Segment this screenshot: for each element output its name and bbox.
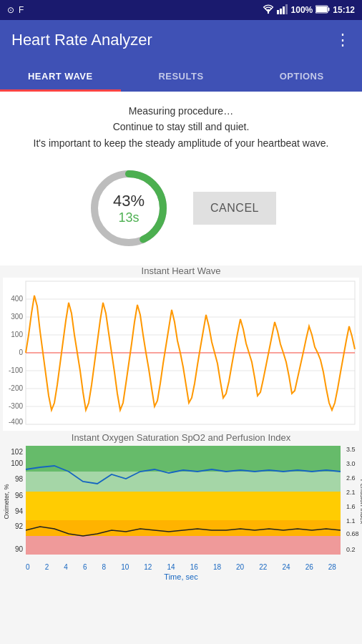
heart-wave-title: Instant Heart Wave [3,265,359,276]
svg-text:400: 400 [11,295,23,303]
svg-text:92: 92 [15,522,24,530]
f-icon: F [19,5,24,15]
time: 15:12 [333,5,355,15]
svg-rect-2 [280,9,282,14]
app-bar: Heart Rate Analyzer ⋮ [0,20,362,60]
status-left: ⊙ F [7,5,24,15]
svg-text:-300: -300 [9,402,23,410]
instruction-line2: Continue to stay still and quiet. [11,119,351,135]
x-label-6: 6 [83,563,87,571]
svg-text:90: 90 [15,545,24,553]
x-axis-label: Time, sec [3,572,359,581]
status-right: 100% 15:12 [263,4,355,16]
svg-text:0.2: 0.2 [346,546,356,553]
spo2-title: Instant Oxygen Saturation SpO2 and Perfu… [3,432,359,443]
svg-text:96: 96 [15,492,24,499]
x-label-8: 8 [102,563,107,571]
tab-results[interactable]: RESULTS [121,60,242,92]
battery-icon [315,5,330,16]
svg-text:1.6: 1.6 [346,503,356,510]
spo2-chart: 102 100 98 96 94 92 90 Oximeter, % 3.5 3… [3,444,362,559]
x-label-12: 12 [144,563,152,571]
x-label-4: 4 [64,563,68,571]
svg-text:0: 0 [19,348,23,356]
battery-text: 100% [291,5,313,15]
svg-rect-28 [26,492,341,520]
svg-rect-3 [283,6,285,14]
svg-text:100: 100 [11,459,23,467]
heart-wave-section: Instant Heart Wave 400 300 100 0 -100 -2… [0,265,362,431]
x-label-26: 26 [305,563,313,571]
x-label-16: 16 [190,563,198,571]
x-label-2: 2 [45,563,49,571]
wifi-icon [263,4,274,16]
x-label-0: 0 [26,563,30,571]
notification-icon: ⊙ [7,5,14,15]
progress-section: 43% 13s CANCEL [6,154,356,260]
x-label-14: 14 [167,563,175,571]
measuring-instructions: Measuring procedure… Continue to stay st… [6,100,356,154]
svg-text:-100: -100 [9,366,23,374]
progress-donut: 43% 13s [86,165,172,251]
instruction-line1: Measuring procedure… [11,103,351,119]
x-label-24: 24 [282,563,290,571]
svg-text:Perfusion Index: Perfusion Index [359,479,362,525]
svg-text:3.5: 3.5 [346,446,356,453]
svg-text:94: 94 [15,507,24,515]
svg-text:-400: -400 [9,418,23,426]
svg-text:3.0: 3.0 [346,460,356,467]
main-content: Measuring procedure… Continue to stay st… [0,92,362,265]
cancel-button[interactable]: CANCEL [193,192,276,225]
status-bar: ⊙ F 100% 15 [0,0,362,20]
app-title: Heart Rate Analyzer [11,31,152,49]
svg-text:2.1: 2.1 [346,489,356,496]
tab-heart-wave[interactable]: HEART WAVE [0,60,121,92]
svg-rect-1 [277,10,279,14]
svg-text:98: 98 [15,475,24,483]
instruction-line3: It's important to keep the steady amplit… [11,135,351,151]
svg-rect-6 [316,6,327,12]
x-label-10: 10 [121,563,129,571]
x-label-20: 20 [236,563,244,571]
svg-text:0.68: 0.68 [346,530,359,537]
overflow-menu-button[interactable]: ⋮ [335,31,351,49]
x-label-18: 18 [213,563,221,571]
svg-text:100: 100 [11,331,23,338]
svg-text:1.1: 1.1 [346,517,356,525]
svg-rect-29 [26,520,341,536]
svg-text:102: 102 [11,448,23,456]
x-label-22: 22 [259,563,267,571]
progress-percent: 43% [113,192,145,210]
svg-rect-26 [26,446,341,472]
spo2-section: Instant Oxygen Saturation SpO2 and Perfu… [0,432,362,581]
signal-icon [277,4,288,16]
heart-wave-chart: 400 300 100 0 -100 -200 -300 -400 [3,278,362,428]
svg-text:2.6: 2.6 [346,474,356,482]
svg-rect-30 [26,536,341,555]
progress-time: 13s [113,210,145,225]
svg-rect-7 [328,7,330,11]
tab-bar: HEART WAVE RESULTS OPTIONS [0,60,362,92]
tab-options[interactable]: OPTIONS [241,60,362,92]
svg-rect-4 [285,4,288,14]
svg-text:300: 300 [11,313,23,321]
svg-text:Oximeter, %: Oximeter, % [3,484,10,519]
x-label-28: 28 [328,563,336,571]
svg-text:-200: -200 [9,384,23,392]
svg-point-0 [267,11,268,13]
